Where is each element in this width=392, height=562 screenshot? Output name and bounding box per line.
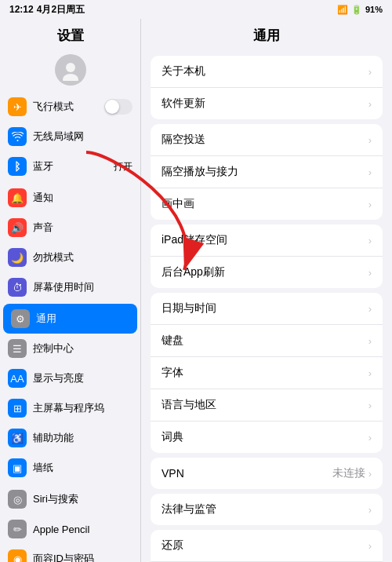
airdrop-chevron: › xyxy=(368,134,372,146)
settings-group-4: 日期与时间 › 键盘 › 字体 › 语言与地区 › 词典 › xyxy=(151,293,383,453)
settings-row-storage[interactable]: iPad储存空间 › xyxy=(151,224,383,257)
settings-row-dictionary[interactable]: 词典 › xyxy=(151,422,383,453)
storage-label: iPad储存空间 xyxy=(162,233,368,247)
sidebar-item-general[interactable]: ⚙ 通用 xyxy=(3,304,137,334)
storage-chevron: › xyxy=(368,235,372,246)
sidebar-label-display: 显示与亮度 xyxy=(33,371,132,385)
settings-row-keyboard[interactable]: 键盘 › xyxy=(151,325,383,357)
dnd-icon: 🌙 xyxy=(8,248,27,267)
wifi-icon xyxy=(8,127,27,146)
sidebar-item-wifi[interactable]: 无线局域网 xyxy=(0,122,140,151)
sidebar-item-faceid[interactable]: ◉ 面容ID与密码 xyxy=(0,544,140,562)
sidebar-item-siri[interactable]: ◎ Siri与搜索 xyxy=(0,484,140,514)
settings-row-airplay[interactable]: 隔空播放与接力 › xyxy=(151,156,383,188)
airplane-icon: ✈ xyxy=(8,97,27,116)
dictionary-chevron: › xyxy=(368,432,372,443)
pencil-icon: ✏ xyxy=(8,520,27,538)
sidebar-label-screentime: 屏幕使用时间 xyxy=(33,280,132,294)
airdrop-label: 隔空投送 xyxy=(162,133,368,147)
sidebar: 设置 ✈ 飞行模式 无线局域网 ᛒ 蓝牙 xyxy=(0,19,141,562)
settings-group-1: 关于本机 › 软件更新 › xyxy=(151,56,383,119)
about-chevron: › xyxy=(368,66,372,78)
settings-row-bgrefresh[interactable]: 后台App刷新 › xyxy=(151,257,383,288)
about-label: 关于本机 xyxy=(162,64,368,78)
main-container: 设置 ✈ 飞行模式 无线局域网 ᛒ 蓝牙 xyxy=(0,19,392,562)
airplane-toggle[interactable] xyxy=(104,99,132,115)
control-icon: ☰ xyxy=(8,339,27,358)
sidebar-item-screentime[interactable]: ⏱ 屏幕使用时间 xyxy=(0,272,140,302)
avatar-container xyxy=(0,49,140,92)
status-time: 12:12 xyxy=(9,4,34,15)
sidebar-label-accessibility: 辅助功能 xyxy=(33,431,132,445)
sidebar-item-homescreen[interactable]: ⊞ 主屏幕与程序坞 xyxy=(0,393,140,423)
content-pane: 通用 关于本机 › 软件更新 › 隔空投送 › 隔空播放与接力 › 画中画 xyxy=(141,19,392,562)
svg-point-1 xyxy=(66,63,75,72)
sidebar-label-control: 控制中心 xyxy=(33,341,132,356)
content-title: 通用 xyxy=(141,19,392,51)
datetime-label: 日期与时间 xyxy=(162,301,368,316)
siri-icon: ◎ xyxy=(8,490,27,509)
settings-row-datetime[interactable]: 日期与时间 › xyxy=(151,293,383,325)
status-time-date: 12:12 4月2日周五 xyxy=(9,3,85,16)
sidebar-label-sound: 声音 xyxy=(33,221,132,235)
settings-row-vpn[interactable]: VPN 未连接 › xyxy=(151,458,383,489)
sidebar-item-dnd[interactable]: 🌙 勿扰模式 xyxy=(0,243,140,272)
settings-row-reset[interactable]: 还原 › xyxy=(151,530,383,562)
settings-group-reset: 还原 › 关机 xyxy=(151,530,383,562)
legal-chevron: › xyxy=(368,504,372,516)
font-label: 字体 xyxy=(162,366,368,380)
sidebar-item-accessibility[interactable]: ♿ 辅助功能 xyxy=(0,423,140,453)
settings-row-font[interactable]: 字体 › xyxy=(151,357,383,389)
sidebar-item-control[interactable]: ☰ 控制中心 xyxy=(0,334,140,363)
datetime-chevron: › xyxy=(368,303,372,315)
airplay-chevron: › xyxy=(368,166,372,178)
sidebar-item-airplane[interactable]: ✈ 飞行模式 xyxy=(0,92,140,122)
sidebar-label-siri: Siri与搜索 xyxy=(33,492,132,506)
status-indicators: 📶 🔋 91% xyxy=(337,5,383,15)
bluetooth-badge: 打开 xyxy=(114,160,132,173)
sidebar-label-notification: 通知 xyxy=(33,191,132,205)
sidebar-item-display[interactable]: AA 显示与亮度 xyxy=(0,363,140,393)
bgrefresh-chevron: › xyxy=(368,267,372,279)
sidebar-label-general: 通用 xyxy=(36,312,129,326)
sidebar-group-general: ⚙ 通用 ☰ 控制中心 AA 显示与亮度 ⊞ 主屏幕与程序坞 ♿ 辅助功能 ▣ … xyxy=(0,304,140,483)
settings-row-software[interactable]: 软件更新 › xyxy=(151,88,383,119)
font-chevron: › xyxy=(368,367,372,379)
wallpaper-icon: ▣ xyxy=(8,458,27,477)
vpn-value: 未连接 xyxy=(332,466,365,480)
status-date: 4月2日周五 xyxy=(37,3,85,16)
sidebar-item-bluetooth[interactable]: ᛒ 蓝牙 打开 xyxy=(0,151,140,181)
homescreen-icon: ⊞ xyxy=(8,399,27,418)
sidebar-label-wifi: 无线局域网 xyxy=(33,130,132,144)
reset-label: 还原 xyxy=(162,538,368,553)
sidebar-item-notification[interactable]: 🔔 通知 xyxy=(0,183,140,213)
sidebar-title: 设置 xyxy=(0,19,140,49)
bluetooth-icon: ᛒ xyxy=(8,157,27,176)
settings-row-language[interactable]: 语言与地区 › xyxy=(151,389,383,422)
sidebar-group-notifications: 🔔 通知 🔊 声音 🌙 勿扰模式 ⏱ 屏幕使用时间 xyxy=(0,183,140,302)
sidebar-item-wallpaper[interactable]: ▣ 墙纸 xyxy=(0,453,140,483)
bgrefresh-label: 后台App刷新 xyxy=(162,265,368,279)
legal-label: 法律与监管 xyxy=(162,502,368,516)
settings-row-airdrop[interactable]: 隔空投送 › xyxy=(151,124,383,156)
pip-label: 画中画 xyxy=(162,197,368,211)
sidebar-label-wallpaper: 墙纸 xyxy=(33,461,132,475)
avatar[interactable] xyxy=(55,54,86,86)
sidebar-item-pencil[interactable]: ✏ Apple Pencil xyxy=(0,514,140,544)
software-label: 软件更新 xyxy=(162,97,368,111)
language-chevron: › xyxy=(368,400,372,411)
sidebar-item-sound[interactable]: 🔊 声音 xyxy=(0,213,140,243)
sidebar-label-dnd: 勿扰模式 xyxy=(33,250,132,265)
settings-group-vpn: VPN 未连接 › xyxy=(151,458,383,489)
screentime-icon: ⏱ xyxy=(8,278,27,297)
svg-point-2 xyxy=(63,74,78,81)
settings-row-about[interactable]: 关于本机 › xyxy=(151,56,383,88)
vpn-chevron: › xyxy=(368,468,372,480)
settings-row-legal[interactable]: 法律与监管 › xyxy=(151,494,383,525)
settings-row-pip[interactable]: 画中画 › xyxy=(151,188,383,220)
battery-percent: 91% xyxy=(365,5,383,14)
sidebar-label-airplane: 飞行模式 xyxy=(33,100,98,114)
accessibility-icon: ♿ xyxy=(8,429,27,447)
vpn-label: VPN xyxy=(162,467,332,480)
sidebar-group-siri: ◎ Siri与搜索 ✏ Apple Pencil ◉ 面容ID与密码 🔋 电池 … xyxy=(0,484,140,562)
